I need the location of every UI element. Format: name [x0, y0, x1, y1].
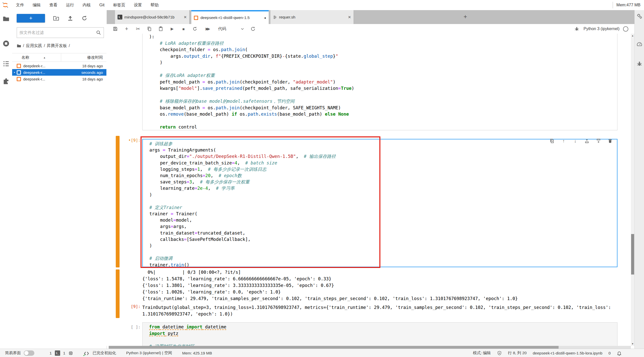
notebook-icon: [194, 16, 198, 20]
tab-terminal[interactable]: $_ mindspore@cloud-58c9b71b ✕: [115, 10, 190, 24]
execute-result: TrainOutput(global_step=3, training_loss…: [142, 304, 617, 317]
close-icon[interactable]: ✕: [183, 15, 187, 19]
menu-tabs[interactable]: 标签页: [109, 3, 129, 8]
unsaved-changes-dot[interactable]: ●: [264, 16, 266, 20]
stream-output: 0%| | 0/3 [00:00<?, ?it/s] {'loss': 1.54…: [142, 269, 623, 302]
save-icon[interactable]: [112, 26, 118, 32]
menu-help[interactable]: 帮助: [146, 3, 163, 8]
restart-kernel-icon[interactable]: [192, 26, 198, 32]
duplicate-cell-icon[interactable]: [549, 138, 555, 143]
code-cell-1-editor[interactable]: ): # LoRA adapter权重保存路径 checkpoint_folde…: [142, 34, 617, 130]
cell-type-dropdown[interactable]: 代码: [218, 26, 226, 32]
file-list-header[interactable]: 名称 ▲ 修改时间: [12, 53, 106, 62]
scroll-down-arrow[interactable]: ▼: [631, 343, 634, 345]
insert-cell-below-icon[interactable]: [596, 138, 601, 143]
menu-edit[interactable]: 编辑: [28, 3, 45, 8]
running-sessions-icon[interactable]: [3, 40, 10, 47]
scrollbar-thumb[interactable]: [109, 346, 559, 349]
code-cell-9-editor[interactable]: # 训练超参args = TrainingArguments( output_d…: [142, 139, 617, 267]
stop-kernel-icon[interactable]: ■: [181, 26, 186, 32]
close-icon[interactable]: ✕: [348, 15, 351, 19]
code-cell-3-editor[interactable]: from datetime import datetimeimport pytz…: [142, 322, 617, 346]
debugger-bug-icon[interactable]: [574, 26, 580, 32]
paste-cells-icon[interactable]: [158, 26, 164, 32]
editor-mode[interactable]: 模式: 编辑: [473, 350, 491, 356]
kernel-chip-icon[interactable]: [68, 351, 73, 356]
terminal-icon[interactable]: $_: [55, 350, 60, 356]
home-folder-icon[interactable]: [17, 44, 21, 48]
move-cell-down-icon[interactable]: ↓: [573, 138, 578, 143]
file-modified: seconds ago: [81, 70, 103, 75]
cursor-position[interactable]: 行 8, 列 20: [508, 350, 527, 356]
file-row-2-selected[interactable]: • deepseek-r... seconds ago: [12, 69, 106, 76]
tab-label: requer.sh: [279, 15, 346, 19]
menu-view[interactable]: 查看: [45, 3, 62, 8]
breadcrumb-seg-2[interactable]: 昇腾开发板: [47, 43, 67, 49]
git-status-icon[interactable]: ✓: [83, 350, 89, 356]
sync-icon[interactable]: [250, 26, 256, 32]
trusted-shield-icon[interactable]: [497, 351, 502, 356]
column-modified[interactable]: 修改时间: [87, 55, 103, 60]
file-browser-icon[interactable]: [3, 15, 10, 22]
notification-count: 0: [608, 351, 611, 355]
restart-run-all-icon[interactable]: ▶▶: [203, 26, 211, 32]
file-browser-panel: + / 应用实践 / 昇腾开发板 /: [12, 10, 107, 349]
extensions-icon[interactable]: [3, 78, 10, 85]
dashboard-gauge-icon[interactable]: [636, 41, 642, 47]
file-row-3[interactable]: deepseek-r... 18 days ago: [12, 76, 106, 82]
delete-cell-icon[interactable]: [608, 138, 613, 143]
menu-file[interactable]: 文件: [12, 3, 28, 8]
debugger-bug-icon[interactable]: [636, 61, 642, 67]
kernel-name[interactable]: Python 3 (ipykernel): [584, 27, 619, 31]
status-right: 模式: 编辑 行 8, 列 20 deepseek-r1-distill-qwe…: [473, 350, 622, 356]
log-line: {'train_runtime': 29.479, 'train_samples…: [142, 295, 623, 302]
upload-icon[interactable]: [67, 15, 73, 21]
chevron-down-icon[interactable]: [240, 27, 244, 31]
run-cell-icon[interactable]: ▶: [169, 26, 175, 32]
notebook-file-icon: [17, 77, 21, 81]
kernel-status-text[interactable]: Python 3 (ipykernel) | 空闲: [126, 350, 172, 356]
tab-label: mindspore@cloud-58c9b71b: [124, 15, 181, 19]
terminal-count[interactable]: 1: [50, 351, 52, 355]
menu-settings[interactable]: 设置: [129, 3, 146, 8]
menu-bar: 文件 编辑 查看 运行 内核 Git 标签页 设置 帮助 Mem:477 MB: [0, 0, 644, 10]
menu-git[interactable]: Git: [95, 3, 109, 7]
horizontal-scrollbar[interactable]: [109, 346, 631, 349]
refresh-icon[interactable]: [81, 15, 87, 21]
memory-usage: Mem: 425.19 MB: [182, 351, 212, 355]
cell-collapser[interactable]: [116, 136, 120, 267]
output-collapser[interactable]: [116, 269, 120, 318]
dock-tab-bar: $_ mindspore@cloud-58c9b71b ✕ deepseek-r…: [107, 10, 634, 24]
bell-icon[interactable]: [617, 351, 622, 356]
log-line: {'loss': 1.0026, 'learning_rate': 0.0, '…: [142, 289, 623, 295]
add-cell-icon[interactable]: +: [124, 26, 129, 32]
vertical-scrollbar[interactable]: ▲ ▼: [631, 34, 634, 346]
scroll-up-arrow[interactable]: ▲: [631, 34, 634, 37]
move-cell-up-icon[interactable]: ↑: [561, 138, 566, 143]
column-name[interactable]: 名称: [21, 55, 29, 60]
table-of-contents-icon[interactable]: [3, 60, 10, 67]
property-inspector-gears-icon[interactable]: [636, 13, 642, 19]
breadcrumb-sep: /: [44, 44, 45, 48]
new-launcher-button[interactable]: +: [17, 14, 45, 23]
git-status-text[interactable]: 已完全初始化: [93, 350, 116, 356]
empty-prompt: [ ]:: [114, 325, 141, 329]
search-icon: [96, 30, 101, 35]
new-tab-button[interactable]: +: [464, 13, 467, 20]
file-filter-input[interactable]: [17, 30, 96, 35]
menu-run[interactable]: 运行: [62, 3, 78, 8]
file-row-1[interactable]: deepdeek-r... 18 days ago: [12, 62, 106, 69]
copy-cells-icon[interactable]: [147, 26, 152, 32]
kernel-count[interactable]: 1: [63, 351, 65, 355]
breadcrumb-seg-1[interactable]: 应用实践: [26, 43, 42, 49]
cell-toolbar: ↑ ↓: [549, 138, 613, 143]
simple-mode-toggle[interactable]: [24, 350, 34, 356]
tab-notebook-active[interactable]: deepseek-r1-distill-qwen-1.5 ●: [191, 10, 269, 24]
tab-script[interactable]: requer.sh ✕: [270, 10, 354, 24]
file-name: deepseek-r...: [23, 70, 45, 75]
scrollbar-thumb[interactable]: [631, 234, 634, 275]
new-folder-icon[interactable]: [53, 15, 59, 21]
insert-cell-above-icon[interactable]: [584, 138, 589, 143]
cut-cells-icon[interactable]: ✂: [135, 26, 141, 32]
menu-kernel[interactable]: 内核: [78, 3, 95, 8]
